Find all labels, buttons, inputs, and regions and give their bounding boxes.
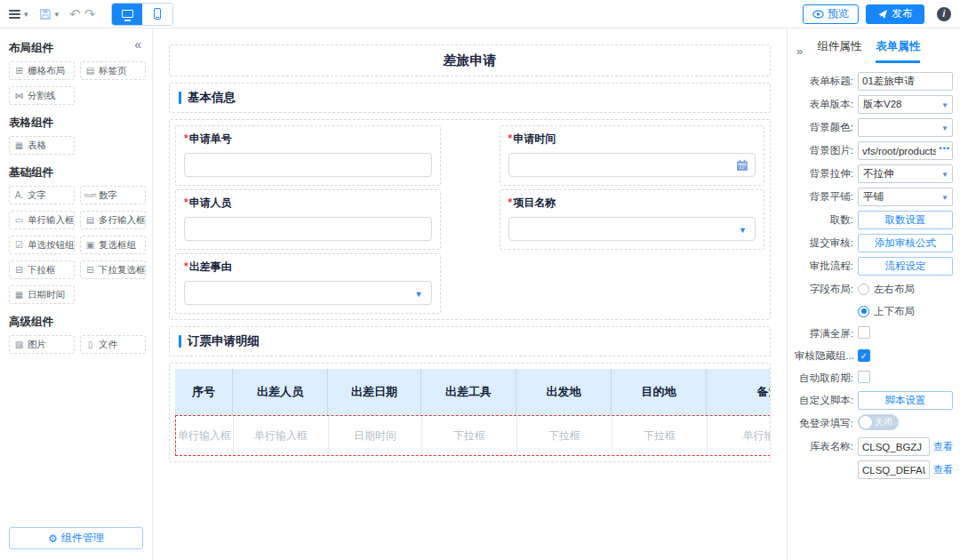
sidebar-item-tab-page[interactable]: ▤ 标签页 [80,61,146,80]
trip-reason-select[interactable]: ▼ [184,281,432,305]
fullscreen-checkbox[interactable] [858,326,870,339]
applicant-input[interactable] [184,217,432,241]
tab-component-properties[interactable]: 组件属性 [817,39,861,63]
cell-origin[interactable]: 下拉框 [516,416,612,455]
bg-tile-select[interactable]: 平铺▼ [858,188,953,206]
cell-traveler[interactable]: 单行输入框 [233,416,328,455]
form-version-select[interactable]: 版本V28▼ [858,95,953,114]
column-header-transport[interactable]: 出差工具 [420,369,516,415]
image-icon: ▨ [13,340,25,349]
apply-time-input[interactable] [508,153,756,177]
column-header-seq[interactable]: 序号 [175,369,232,415]
prop-label: 审核隐藏组... [795,349,853,363]
sidebar-item-image[interactable]: ▨ 图片 [9,335,75,354]
undo-icon[interactable]: ↶ [69,7,81,20]
item-label: 多行输入框 [99,214,146,227]
sidebar-item-dropdown[interactable]: ⊟ 下拉框 [9,260,75,279]
column-header-trip-date[interactable]: 出差日期 [327,369,420,415]
sidebar-item-checkbox-group[interactable]: ▣ 复选框组 [80,236,146,254]
view-link-2[interactable]: 查看 [933,463,953,476]
prop-row-bg-image: 背景图片: ••• [795,141,953,160]
radio-selected-icon[interactable] [858,306,869,317]
db-table-input-2[interactable] [858,460,930,479]
component-manage-button[interactable]: ⚙ 组件管理 [9,527,143,549]
basic-info-section-title[interactable]: 基本信息 [169,83,771,113]
basic-info-fields-container[interactable]: *申请单号 *申请时间 *申请人员 *项目名称 ▼ [169,119,771,320]
add-audit-formula-button[interactable]: 添加审核公式 [858,234,953,252]
sidebar-item-single-line-input[interactable]: ▭ 单行输入框 [9,211,75,229]
sidebar-item-number[interactable]: num 数字 [80,186,146,204]
project-name-select[interactable]: ▼ [508,217,756,241]
audit-hide-group-checkbox[interactable]: ✓ [858,349,870,362]
bg-color-select[interactable]: ▼ [858,118,953,137]
sidebar-item-multi-dropdown[interactable]: ⊟ 下拉复选框 [80,260,146,279]
mobile-view-button[interactable] [142,4,172,25]
menu-caret-icon[interactable]: ▾ [24,10,28,19]
history-group: ↶ ↷ [69,7,95,20]
fetch-settings-button[interactable]: 取数设置 [858,211,953,229]
tab-form-properties[interactable]: 表单属性 [876,39,920,63]
preview-button[interactable]: 预览 [803,4,859,24]
calendar-icon [736,159,748,172]
sidebar-item-text[interactable]: A. 文字 [9,186,75,204]
sidebar-item-file[interactable]: ▯ 文件 [80,335,146,354]
bg-stretch-select[interactable]: 不拉伸▼ [858,164,953,183]
detail-table-placeholder-row[interactable]: 单行输入框 单行输入框 日期时间 下拉框 下拉框 下拉框 单行输入框 [175,415,771,456]
column-header-origin[interactable]: 出发地 [516,369,611,415]
prop-label: 表单标题: [795,75,853,88]
apply-no-input[interactable] [184,153,432,177]
prop-row-approval-flow: 审批流程: 流程设定 [795,257,953,276]
cell-remark[interactable]: 单行输入框 [707,416,771,455]
view-link-1[interactable]: 查看 [933,440,953,453]
collapse-sidebar-icon[interactable]: « [134,37,141,52]
field-applicant[interactable]: *申请人员 [175,189,441,250]
text-icon: A. [13,191,25,200]
publish-button[interactable]: 发布 [866,4,924,24]
sidebar-item-table[interactable]: ▦ 表格 [9,136,75,155]
desktop-view-button[interactable] [112,4,142,25]
db-table-input-1[interactable] [858,437,930,456]
field-project-name[interactable]: *项目名称 ▼ [500,189,765,250]
top-toolbar: ▾ ▾ ↶ ↷ 预览 发布 i [0,0,960,28]
collapse-panel-icon[interactable]: » [796,44,803,58]
detail-table-container[interactable]: 序号 出差人员 出差日期 出差工具 出发地 目的地 备注 单行输入框 单行输入框… [169,363,771,462]
flow-setting-button[interactable]: 流程设定 [858,257,953,276]
field-apply-no[interactable]: *申请单号 [175,125,441,186]
prop-label: 背景平铺: [795,190,853,204]
more-options-icon[interactable]: ••• [938,144,950,153]
script-settings-button[interactable]: 脚本设置 [858,391,953,410]
info-icon[interactable]: i [937,7,951,21]
column-header-remark[interactable]: 备注 [706,369,771,415]
sidebar-item-radio-group[interactable]: ☑ 单选按钮组 [9,236,75,254]
layout-vertical-radio[interactable]: 上下布局 [858,305,953,318]
sidebar-item-grid-layout[interactable]: ⊞ 栅格布局 [9,61,75,80]
field-apply-time[interactable]: *申请时间 [500,125,765,186]
menu-icon[interactable] [9,10,20,19]
ticket-detail-section-title[interactable]: 订票申请明细 [169,326,771,356]
item-label: 数字 [99,189,117,202]
cell-trip-date[interactable]: 日期时间 [328,416,421,455]
no-login-toggle[interactable]: 关闭 [858,414,899,430]
form-title-component[interactable]: 差旅申请 [169,44,771,76]
cell-transport[interactable]: 下拉框 [421,416,516,455]
auto-prev-checkbox[interactable] [858,371,870,383]
column-header-destination[interactable]: 目的地 [611,369,706,415]
redo-icon[interactable]: ↷ [84,7,96,20]
save-caret-icon[interactable]: ▾ [55,10,60,19]
layout-horizontal-radio[interactable]: 左右布局 [858,283,953,296]
item-label: 单行输入框 [28,214,75,227]
chevron-down-icon: ▼ [941,124,948,132]
column-header-traveler[interactable]: 出差人员 [232,369,327,415]
tab-page-icon: ▤ [84,67,96,76]
save-icon[interactable] [39,8,52,20]
required-mark: * [508,196,513,209]
form-title-input[interactable] [858,72,953,91]
radio-icon[interactable] [858,284,869,295]
sidebar-item-divider[interactable]: ⋈ 分割线 [9,86,75,105]
field-trip-reason[interactable]: *出差事由 ▼ [175,253,441,314]
prop-label: 取数: [795,213,853,227]
sidebar-item-multi-line-input[interactable]: ▤ 多行输入框 [80,211,146,229]
sidebar-item-datetime[interactable]: ▦ 日期时间 [9,285,75,304]
cell-destination[interactable]: 下拉框 [612,416,707,455]
cell-seq[interactable]: 单行输入框 [176,416,233,455]
